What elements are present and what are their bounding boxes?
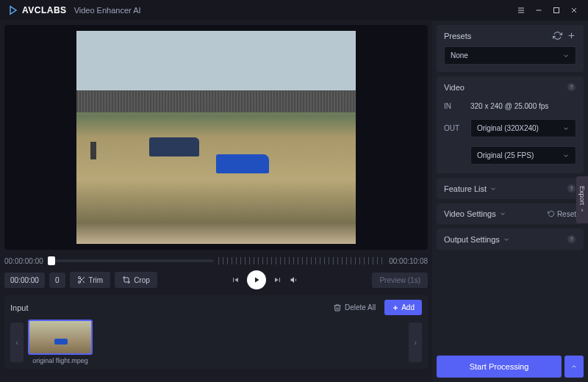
prev-frame-button[interactable]: [231, 275, 240, 284]
timeline-scrubber[interactable]: [48, 259, 214, 262]
presets-refresh-button[interactable]: [553, 31, 562, 40]
out-resolution-select[interactable]: Original (320X240): [470, 119, 576, 137]
maximize-button[interactable]: [550, 4, 563, 17]
presets-select[interactable]: None: [444, 46, 576, 65]
chevron-down-icon: [562, 52, 570, 60]
video-in-label: IN: [444, 102, 465, 110]
svg-text:?: ?: [570, 186, 573, 191]
svg-point-1: [78, 277, 80, 279]
next-frame-button[interactable]: [273, 275, 282, 284]
start-options-button[interactable]: [564, 356, 584, 378]
crop-icon: [122, 275, 131, 284]
feature-help-button[interactable]: ?: [567, 184, 576, 193]
presets-title: Presets: [444, 32, 471, 40]
minimize-button[interactable]: [532, 4, 545, 17]
plus-icon: [392, 304, 399, 311]
video-out-label: OUT: [444, 124, 465, 132]
chevron-down-icon: [562, 125, 570, 132]
chevron-down-icon: [503, 236, 510, 243]
app-logo: AVCLABS: [7, 4, 67, 16]
chevron-down-icon: [499, 210, 506, 217]
input-section: Input Delete All Add ‹ original flight.m…: [4, 295, 428, 369]
timeline-ticks: [218, 257, 384, 264]
feature-list-panel[interactable]: Feature List ?: [437, 178, 584, 199]
close-button[interactable]: [567, 4, 581, 17]
input-thumbnail: [28, 320, 93, 355]
input-label: Input: [10, 303, 28, 312]
start-processing-button[interactable]: Start Processing: [437, 356, 562, 378]
timecode-display: 00:00:00: [4, 273, 45, 288]
hamburger-icon: [517, 6, 526, 15]
svg-text:?: ?: [570, 84, 573, 90]
minimize-icon: [534, 6, 543, 15]
video-preview[interactable]: [4, 25, 428, 250]
output-settings-panel[interactable]: Output Settings ?: [437, 228, 584, 250]
export-tab[interactable]: Export›: [576, 176, 588, 223]
video-title: Video: [444, 83, 465, 92]
thumbs-next[interactable]: ›: [409, 322, 422, 362]
delete-all-button[interactable]: Delete All: [329, 300, 380, 315]
menu-button[interactable]: [514, 4, 528, 17]
time-current: 00:00:00:00: [4, 257, 43, 265]
reset-icon: [548, 210, 555, 217]
logo-icon: [7, 4, 19, 16]
video-panel: Video ? IN 320 x 240 @ 25.000 fps OUT Or…: [437, 76, 584, 173]
add-button[interactable]: Add: [384, 300, 422, 315]
crop-button[interactable]: Crop: [115, 272, 157, 288]
close-icon: [570, 6, 578, 15]
chevron-up-icon: [570, 363, 578, 370]
video-in-value: 320 x 240 @ 25.000 fps: [470, 102, 548, 110]
presets-add-button[interactable]: [567, 31, 576, 40]
preview-button[interactable]: Preview (1s): [372, 273, 428, 288]
input-file-item[interactable]: original flight.mpeg: [28, 320, 93, 364]
app-subtitle: Video Enhancer AI: [74, 6, 141, 15]
trim-button[interactable]: Trim: [70, 272, 111, 288]
video-help-button[interactable]: ?: [567, 82, 576, 92]
frame-display: 0: [49, 273, 65, 288]
thumbs-prev[interactable]: ‹: [10, 322, 24, 362]
reset-button[interactable]: Reset: [548, 210, 576, 218]
time-total: 00:00:10:08: [389, 257, 428, 265]
trash-icon: [333, 303, 342, 312]
input-file-name: original flight.mpeg: [32, 357, 88, 364]
video-frame: [76, 31, 356, 244]
maximize-icon: [552, 6, 561, 15]
titlebar: AVCLABS Video Enhancer AI: [0, 0, 588, 21]
video-settings-panel[interactable]: Video Settings Reset: [437, 203, 584, 224]
out-fps-select[interactable]: Original (25 FPS): [470, 146, 576, 165]
chevron-down-icon: [490, 185, 497, 192]
svg-text:?: ?: [570, 237, 573, 242]
presets-panel: Presets None: [437, 25, 584, 72]
chevron-down-icon: [562, 152, 570, 159]
svg-rect-0: [554, 8, 559, 13]
volume-button[interactable]: [290, 275, 298, 284]
brand-name: AVCLABS: [22, 5, 67, 15]
svg-point-2: [78, 281, 80, 284]
scissors-icon: [77, 275, 86, 284]
play-button[interactable]: [247, 270, 266, 289]
output-help-button[interactable]: ?: [567, 234, 576, 244]
play-icon: [252, 275, 261, 284]
